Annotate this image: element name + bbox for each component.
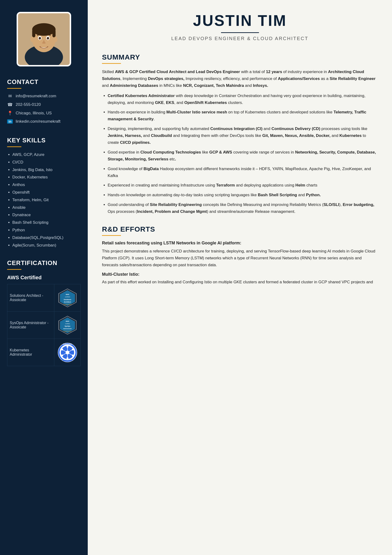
skill-item: CI/CD [12,160,81,165]
summary-bullet: Certified Kubernetes Administrator with … [108,93,378,106]
linkedin-icon: in [7,119,13,124]
svg-text:Architect: Architect [64,301,71,303]
summary-bullet: Designing, implementing, and supporting … [108,125,378,146]
rd-sub-title-1: Multi-Cluster Istio: [102,272,378,277]
skills-divider [7,146,21,147]
contact-phone: ☎ 202-555-0120 [7,102,81,107]
svg-rect-5 [32,29,35,37]
skills-list: AWS, GCP, Azure CI/CD Jenkins, Big Data,… [7,152,81,248]
cert-row: Kubernetes Administrator [7,339,81,366]
avatar [17,12,71,66]
svg-text:Solutions: Solutions [64,299,71,300]
resume-header: JUSTIN TIM LEAD DEVOPS ENGINEER & CLOUD … [102,12,378,41]
svg-text:kubernetes: kubernetes [63,343,72,345]
rd-underline [102,235,121,236]
resume-name: JUSTIN TIM [102,12,378,29]
skill-item: Bash Shell Scripting [12,220,81,226]
svg-point-9 [39,37,41,39]
phone-icon: ☎ [7,102,13,107]
cert-badge-sysops: aws certified SysOps Administrator ASSOC… [57,314,78,336]
contact-linkedin[interactable]: in linkedin.com/resumekraft [7,119,81,124]
svg-point-36 [61,349,63,351]
rd-section: R&D EFFORTS Retail sales forecasting usi… [102,225,378,286]
skill-item: Agile(Scrum, Scrumban) [12,242,81,248]
contact-location: 📍 Chicago, Illinois, US [7,110,81,116]
certification-section: CERTIFICATION AWS Certified Solutions Ar… [7,259,81,366]
svg-text:CERTIFIED: CERTIFIED [63,360,72,361]
cert-table: Solutions Architect - Assoicate aws cert… [7,284,81,366]
summary-bullet: Good knowledge of BigData Hadoop ecosyst… [108,166,378,179]
svg-point-38 [66,357,68,359]
header-divider [221,32,259,33]
location-icon: 📍 [7,110,13,116]
svg-point-39 [61,355,63,356]
summary-intro: Skilled AWS & GCP Certified Cloud Archit… [102,69,378,89]
summary-bullets: Certified Kubernetes Administrator with … [102,93,378,215]
skill-item: AWS, GCP, Azure [12,152,81,158]
summary-bullet: Good expertise in Cloud Computing Techno… [108,149,378,163]
skill-item: Python [12,227,81,233]
svg-text:certified: certified [65,296,70,298]
svg-text:certified: certified [65,323,70,324]
svg-text:ASSOCIATE: ASSOCIATE [63,330,71,332]
summary-bullet: Good understanding of Site Reliability E… [108,201,378,215]
skill-item: Anthos [12,182,81,188]
cert-title: CERTIFICATION [7,259,81,267]
skill-item: Dynatrace [12,212,81,218]
cert-name: Solutions Architect - Assoicate [7,284,54,312]
cert-badge-k8s: CERTIFIED kubernetes [57,342,78,363]
sidebar: CONTACT ✉ info@resumekraft.com ☎ 202-555… [0,0,88,555]
summary-bullet: Hands-on experience in building Multi-Cl… [108,109,378,123]
contact-section: CONTACT ✉ info@resumekraft.com ☎ 202-555… [7,78,81,127]
svg-point-10 [47,37,49,39]
svg-point-37 [72,349,74,351]
skills-section: KEY SKILLS AWS, GCP, Azure CI/CD Jenkins… [7,137,81,250]
svg-text:ASSOCIATE: ASSOCIATE [63,304,71,305]
svg-text:SysOps: SysOps [64,325,71,327]
aws-certified-title: AWS Certified [7,275,81,281]
svg-point-4 [32,23,56,36]
skill-item: Terraform, Helm, Git [12,197,81,203]
summary-bullet: Experienced in creating and maintaining … [108,182,378,189]
svg-point-35 [66,346,68,348]
skill-item: Docker, Kubernetes [12,174,81,180]
cert-row: Solutions Architect - Assoicate aws cert… [7,284,81,312]
skill-item: Openshift [12,190,81,195]
summary-title: SUMMARY [102,53,378,61]
cert-badge-cell: CERTIFIED kubernetes [54,339,81,366]
cert-name: Kubernetes Administrator [7,339,54,366]
contact-email: ✉ info@resumekraft.com [7,94,81,99]
svg-rect-6 [52,29,56,37]
svg-point-12 [48,37,49,38]
svg-point-41 [65,351,69,354]
rd-title: R&D EFFORTS [102,225,378,233]
skill-item: Database(SQL,PostgreSQL) [12,235,81,241]
svg-point-40 [72,355,74,356]
cert-badge-sa: aws certified Solutions Architect ASSOCI… [57,287,78,308]
cert-name: SysOps Administrator - Assoicate [7,312,54,339]
summary-bullet: Hands-on knowledge on automating day-to-… [108,192,378,199]
rd-project-text-2: As part of this effort worked on Install… [102,279,378,286]
cert-badge-cell: aws certified SysOps Administrator ASSOC… [54,312,81,339]
skill-item: Ansible [12,205,81,211]
summary-underline [102,63,121,64]
email-icon: ✉ [7,94,13,99]
svg-point-11 [40,37,41,38]
svg-point-14 [54,37,57,42]
cert-row: SysOps Administrator - Assoicate aws cer… [7,312,81,339]
svg-text:aws: aws [65,293,69,295]
contact-title: CONTACT [7,78,81,86]
svg-text:Administrator: Administrator [63,328,72,329]
skills-title: KEY SKILLS [7,137,81,144]
rd-project-text-1: This project demonstrates a reference CI… [102,248,378,269]
cert-divider [7,269,21,270]
cert-badge-cell: aws certified Solutions Architect ASSOCI… [54,284,81,312]
svg-text:aws: aws [65,320,69,322]
resume-title: LEAD DEVOPS ENGINEER & CLOUD ARCHITECT [102,36,378,41]
summary-section: SUMMARY Skilled AWS & GCP Certified Clou… [102,53,378,215]
skill-item: Jenkins, Big Data, Isto [12,167,81,173]
svg-point-13 [30,37,34,42]
main-content: JUSTIN TIM LEAD DEVOPS ENGINEER & CLOUD … [88,0,392,555]
contact-divider [7,88,21,89]
rd-project-title-1: Retail sales forecasting using LSTM Netw… [102,241,378,246]
